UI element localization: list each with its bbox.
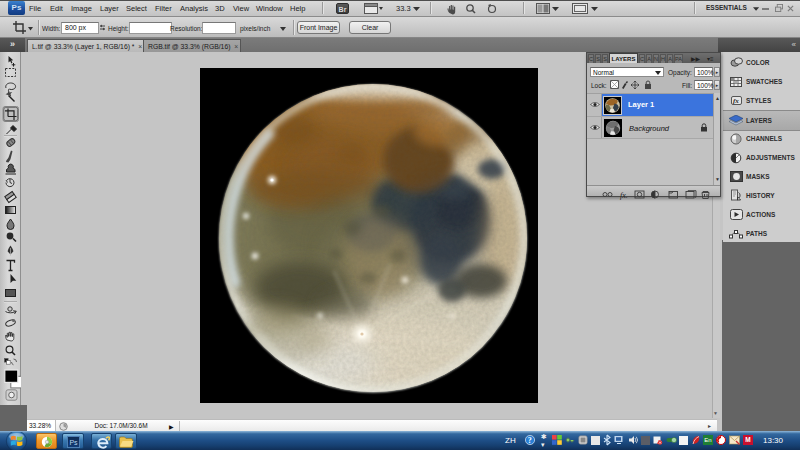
- svg-text:fx: fx: [733, 97, 739, 105]
- svg-text:fx.: fx.: [620, 191, 628, 200]
- svg-text:?: ?: [528, 436, 532, 445]
